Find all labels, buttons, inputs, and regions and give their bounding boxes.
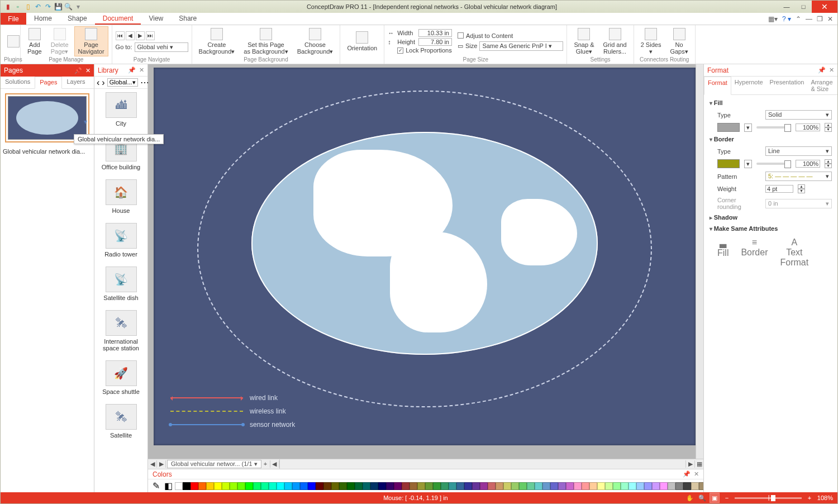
- thumb-menu-icon[interactable]: ▾: [84, 118, 87, 126]
- lib-prev-icon[interactable]: ‹: [97, 78, 99, 88]
- color-swatch[interactable]: [292, 482, 300, 490]
- color-swatch[interactable]: [449, 482, 456, 490]
- redo-icon[interactable]: ↷: [44, 3, 52, 11]
- color-swatch[interactable]: [284, 482, 292, 490]
- color-swatch[interactable]: [323, 482, 331, 490]
- nav-prev-icon[interactable]: ◀: [126, 31, 135, 40]
- color-swatch[interactable]: [574, 482, 582, 490]
- page-navigator-button[interactable]: Page Navigator: [74, 26, 108, 56]
- color-swatch[interactable]: [542, 482, 550, 490]
- color-swatch[interactable]: [488, 482, 496, 490]
- color-swatch[interactable]: [339, 482, 347, 490]
- color-swatch[interactable]: [425, 482, 433, 490]
- lib-next-icon[interactable]: ›: [102, 78, 104, 88]
- library-item[interactable]: 🏠House: [94, 176, 147, 220]
- color-swatch[interactable]: [683, 482, 691, 490]
- minimize-button[interactable]: —: [778, 1, 795, 13]
- maximize-button[interactable]: □: [795, 1, 812, 13]
- color-swatch[interactable]: [261, 482, 269, 490]
- choose-background-button[interactable]: Choose Background▾: [294, 27, 337, 56]
- section-border[interactable]: Border: [710, 134, 832, 145]
- color-swatch[interactable]: [660, 482, 668, 490]
- grid-rulers-button[interactable]: Grid and Rulers...: [599, 27, 630, 56]
- qat-more-icon[interactable]: ▾: [74, 3, 82, 11]
- color-swatch[interactable]: [394, 482, 402, 490]
- msa-border-button[interactable]: ≡Border: [741, 237, 768, 268]
- width-input[interactable]: 10.33 in: [418, 29, 452, 37]
- color-swatch[interactable]: [253, 482, 261, 490]
- panel-close-icon[interactable]: ✕: [139, 66, 144, 74]
- ftab-format[interactable]: Format: [704, 77, 731, 95]
- child-restore-icon[interactable]: ❐: [817, 15, 823, 23]
- color-swatch[interactable]: [621, 482, 628, 490]
- tab-home[interactable]: Home: [26, 13, 60, 25]
- subtab-solutions[interactable]: Solutions: [1, 77, 35, 88]
- color-swatch[interactable]: [230, 482, 237, 490]
- color-swatch[interactable]: [480, 482, 488, 490]
- close-button[interactable]: ✕: [812, 1, 837, 13]
- tab-view[interactable]: View: [141, 13, 171, 25]
- msa-text-button[interactable]: AText Format: [780, 237, 808, 268]
- child-min-icon[interactable]: —: [806, 15, 812, 23]
- color-swatch[interactable]: [245, 482, 253, 490]
- color-swatch[interactable]: [558, 482, 566, 490]
- tab-document[interactable]: Document: [95, 13, 141, 25]
- fit-page-icon[interactable]: ▣: [710, 493, 719, 502]
- section-fill[interactable]: Fill: [710, 97, 832, 108]
- color-swatch[interactable]: [363, 482, 370, 490]
- color-swatch[interactable]: [175, 482, 183, 490]
- goto-select[interactable]: Global vehi ▾: [135, 42, 188, 52]
- library-item[interactable]: 🛰International space station: [94, 307, 147, 357]
- section-shadow[interactable]: Shadow: [710, 212, 832, 223]
- color-swatch[interactable]: [652, 482, 660, 490]
- ftab-presentation[interactable]: Presentation: [766, 77, 808, 94]
- fill-opacity-slider[interactable]: [756, 126, 791, 129]
- library-item[interactable]: 📡Satellite dish: [94, 263, 147, 307]
- undo-icon[interactable]: ↶: [34, 3, 42, 11]
- lock-proportions-checkbox[interactable]: ✓Lock Proportions: [397, 47, 452, 54]
- color-swatch[interactable]: [417, 482, 425, 490]
- color-swatch[interactable]: [668, 482, 675, 490]
- color-swatch[interactable]: [316, 482, 323, 490]
- panel-close-icon[interactable]: ✕: [85, 67, 91, 74]
- size-select[interactable]: Same As Generic PnP I ▾: [479, 41, 563, 51]
- fill-color-dd[interactable]: ▾: [744, 123, 752, 132]
- fill-opacity-input[interactable]: 100%: [796, 123, 820, 131]
- color-swatch[interactable]: [308, 482, 316, 490]
- color-swatch[interactable]: [456, 482, 464, 490]
- msa-fill-button[interactable]: ▃Fill: [717, 237, 729, 268]
- color-swatch[interactable]: [605, 482, 613, 490]
- no-gaps-button[interactable]: No Gaps▾: [666, 27, 691, 56]
- color-swatch[interactable]: [402, 482, 410, 490]
- sheet-add-icon[interactable]: +: [261, 460, 270, 468]
- border-type-select[interactable]: Line▾: [765, 146, 832, 156]
- panels-icon[interactable]: ▦▾: [768, 15, 778, 23]
- ftab-hypernote[interactable]: Hypernote: [731, 77, 766, 94]
- nav-first-icon[interactable]: ⏮: [116, 31, 125, 40]
- color-swatch[interactable]: [496, 482, 503, 490]
- library-item[interactable]: 🏙City: [94, 89, 147, 132]
- eyedropper-icon[interactable]: ✎: [150, 481, 162, 491]
- zoom-in-icon[interactable]: +: [805, 493, 814, 502]
- color-swatch[interactable]: [198, 482, 206, 490]
- zoom-out-icon[interactable]: −: [722, 493, 731, 502]
- color-swatch[interactable]: [214, 482, 222, 490]
- file-tab[interactable]: File: [1, 13, 26, 25]
- delete-page-button[interactable]: Delete Page▾: [47, 27, 72, 56]
- border-color-swatch[interactable]: [717, 159, 740, 168]
- panel-close-icon[interactable]: ✕: [829, 66, 834, 74]
- zoom-level[interactable]: 108%: [817, 495, 833, 501]
- color-swatch[interactable]: [386, 482, 394, 490]
- color-swatch[interactable]: [589, 482, 597, 490]
- height-input[interactable]: 7.80 in: [418, 38, 452, 46]
- library-item[interactable]: 🛰Satellite: [94, 401, 147, 444]
- tab-shape[interactable]: Shape: [60, 13, 95, 25]
- sheet-scroll-right-icon[interactable]: ▶: [685, 460, 694, 468]
- subtab-pages[interactable]: Pages: [35, 77, 62, 89]
- subtab-layers[interactable]: Layers: [62, 77, 89, 88]
- child-close-icon[interactable]: ✕: [827, 15, 833, 23]
- color-swatch[interactable]: [206, 482, 214, 490]
- color-swatch[interactable]: [472, 482, 480, 490]
- pin-icon[interactable]: 📌: [74, 67, 82, 74]
- pin-icon[interactable]: 📌: [818, 66, 826, 74]
